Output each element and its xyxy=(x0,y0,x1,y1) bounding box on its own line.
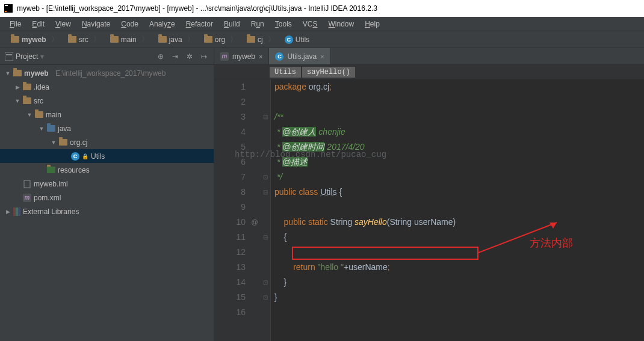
project-header: Project ▾ ⊕ ⇥ ✲ ↦ xyxy=(0,48,214,65)
tree-idea[interactable]: ▶.idea xyxy=(0,80,214,94)
tab-utils[interactable]: CUtils.java× xyxy=(269,48,330,64)
tree-src[interactable]: ▼src xyxy=(0,94,214,108)
crumb-cj[interactable]: cj〉 xyxy=(243,33,279,46)
menu-edit[interactable]: Edit xyxy=(27,19,49,29)
menu-refactor[interactable]: Refactor xyxy=(181,19,218,29)
menu-window[interactable]: Window xyxy=(323,19,359,29)
tree-resources[interactable]: resources xyxy=(0,163,214,177)
svg-rect-2 xyxy=(5,11,7,12)
class-icon: C xyxy=(285,35,293,44)
file-icon xyxy=(23,180,31,188)
code-content[interactable]: package org.cj; /** * @创建人 chenjie * @创建… xyxy=(271,79,644,341)
editor-pane: mmyweb× CUtils.java× Utils sayHello() 12… xyxy=(214,48,644,341)
hide-icon[interactable]: ↦ xyxy=(199,52,209,61)
menu-bar: File Edit View Navigate Code Analyze Ref… xyxy=(0,17,644,31)
class-icon: C xyxy=(71,152,79,161)
menu-file[interactable]: File xyxy=(5,19,26,29)
folder-icon xyxy=(247,36,255,43)
crumb-class-chip[interactable]: Utils xyxy=(270,67,301,78)
tab-myweb[interactable]: mmyweb× xyxy=(214,48,269,64)
menu-analyze[interactable]: Analyze xyxy=(144,19,180,29)
crumb-method-chip[interactable]: sayHello() xyxy=(302,67,355,78)
close-icon[interactable]: × xyxy=(259,53,262,60)
window-title: myweb - [E:\intellij_workspace_2017\mywe… xyxy=(17,4,377,13)
project-tree[interactable]: ▼myweb E:\intellij_workspace_2017\myweb … xyxy=(0,65,214,341)
editor-tabs: mmyweb× CUtils.java× xyxy=(214,48,644,65)
app-icon xyxy=(4,4,13,13)
annotation-label: 方法内部 xyxy=(530,236,573,251)
crumb-main[interactable]: main〉 xyxy=(107,33,152,46)
project-tool-window: Project ▾ ⊕ ⇥ ✲ ↦ ▼myweb E:\intellij_wor… xyxy=(0,48,214,341)
folder-icon xyxy=(23,84,31,90)
navigation-breadcrumb: myweb〉 src〉 main〉 java〉 org〉 cj〉 CUtils xyxy=(0,31,644,48)
class-icon: C xyxy=(275,52,283,61)
menu-tools[interactable]: Tools xyxy=(270,19,297,29)
svg-rect-1 xyxy=(5,5,8,6)
close-icon[interactable]: × xyxy=(320,53,324,60)
menu-vcs[interactable]: VCS xyxy=(298,19,323,29)
maven-icon: m xyxy=(23,194,31,202)
menu-view[interactable]: View xyxy=(51,19,76,29)
library-icon xyxy=(13,207,20,216)
folder-icon xyxy=(23,97,31,104)
window-title-bar: myweb - [E:\intellij_workspace_2017\mywe… xyxy=(0,0,644,17)
svg-rect-4 xyxy=(6,54,12,55)
svg-rect-5 xyxy=(24,180,30,188)
resources-icon xyxy=(47,167,55,173)
folder-icon xyxy=(35,111,43,118)
tree-package[interactable]: ▼org.cj xyxy=(0,135,214,149)
folder-icon xyxy=(158,36,167,43)
gear-icon[interactable]: ✲ xyxy=(185,52,194,61)
tree-external-libs[interactable]: ▶External Libraries xyxy=(0,204,214,218)
package-icon xyxy=(59,139,67,146)
tree-pom[interactable]: mpom.xml xyxy=(0,191,214,204)
crumb-root[interactable]: myweb〉 xyxy=(7,33,62,46)
fold-gutter[interactable]: ⊟⊡⊟⊟⊡⊡ xyxy=(260,79,271,341)
project-pane-title[interactable]: Project ▾ xyxy=(5,52,152,61)
tree-root[interactable]: ▼myweb E:\intellij_workspace_2017\myweb xyxy=(0,66,214,80)
crumb-java[interactable]: java〉 xyxy=(155,33,198,46)
code-editor[interactable]: 12345678910111213141516 @ ⊟⊡⊟⊟⊡⊡ package… xyxy=(214,79,644,341)
maven-icon: m xyxy=(220,52,229,61)
lock-icon: 🔒 xyxy=(82,153,88,159)
tree-iml[interactable]: myweb.iml xyxy=(0,177,214,191)
menu-run[interactable]: Run xyxy=(246,19,269,29)
collapse-icon[interactable]: ⇥ xyxy=(170,52,180,61)
editor-breadcrumb: Utils sayHello() xyxy=(214,65,644,79)
folder-icon xyxy=(11,36,19,43)
svg-rect-3 xyxy=(5,52,13,61)
crumb-src[interactable]: src〉 xyxy=(64,33,104,46)
menu-code[interactable]: Code xyxy=(116,19,143,29)
menu-help[interactable]: Help xyxy=(360,19,385,29)
gutter-icons: @ xyxy=(249,79,260,341)
target-icon[interactable]: ⊕ xyxy=(156,52,166,61)
tree-utils[interactable]: C🔒Utils xyxy=(0,149,214,163)
line-number-gutter[interactable]: 12345678910111213141516 xyxy=(214,79,249,341)
folder-icon xyxy=(204,36,212,43)
crumb-org[interactable]: org〉 xyxy=(200,33,241,46)
project-icon xyxy=(5,52,13,61)
folder-icon xyxy=(13,70,22,76)
tree-main[interactable]: ▼main xyxy=(0,108,214,121)
crumb-class[interactable]: CUtils xyxy=(281,34,313,45)
folder-icon xyxy=(68,36,76,43)
folder-icon xyxy=(47,125,55,132)
menu-navigate[interactable]: Navigate xyxy=(77,19,115,29)
tree-java[interactable]: ▼java xyxy=(0,121,214,135)
menu-build[interactable]: Build xyxy=(219,19,245,29)
folder-icon xyxy=(110,36,119,43)
